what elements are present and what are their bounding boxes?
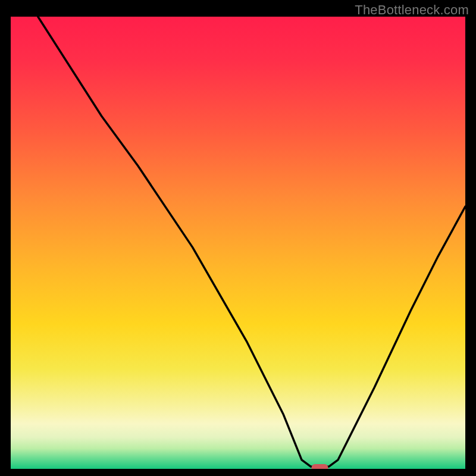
plot-area <box>11 17 465 469</box>
chart-container: TheBottleneck.com <box>0 0 476 476</box>
optimal-marker <box>312 464 328 469</box>
bottleneck-chart <box>11 17 465 469</box>
watermark-text: TheBottleneck.com <box>355 2 469 18</box>
